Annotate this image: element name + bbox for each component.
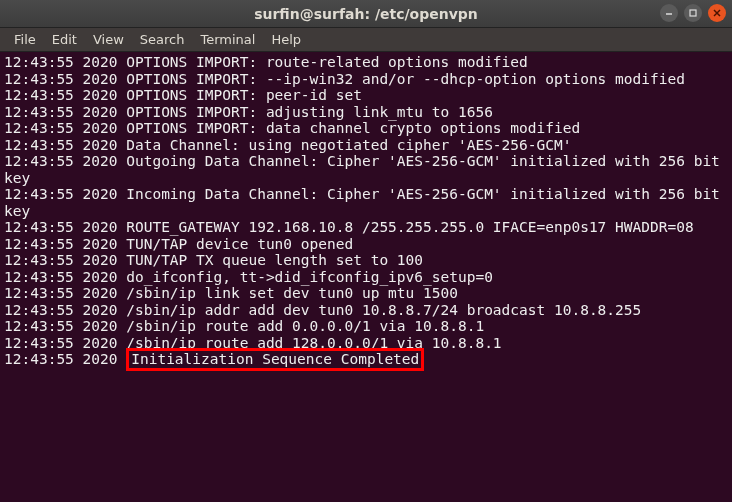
terminal-line: 12:43:55 2020 Incoming Data Channel: Cip… — [4, 186, 728, 219]
terminal-line: 12:43:55 2020 OPTIONS IMPORT: peer-id se… — [4, 87, 728, 104]
terminal-lines: 12:43:55 2020 OPTIONS IMPORT: route-rela… — [4, 54, 728, 351]
initialization-highlight-box: Initialization Sequence Completed — [126, 348, 424, 371]
terminal-line: 12:43:55 2020 TUN/TAP device tun0 opened — [4, 236, 728, 253]
terminal-line: 12:43:55 2020 do_ifconfig, tt->did_ifcon… — [4, 269, 728, 286]
final-line-prefix: 12:43:55 2020 — [4, 351, 126, 367]
terminal-line: 12:43:55 2020 OPTIONS IMPORT: --ip-win32… — [4, 71, 728, 88]
menu-search[interactable]: Search — [132, 30, 193, 49]
terminal-line: 12:43:55 2020 ROUTE_GATEWAY 192.168.10.8… — [4, 219, 728, 236]
minimize-icon — [664, 8, 674, 18]
terminal-line: 12:43:55 2020 TUN/TAP TX queue length se… — [4, 252, 728, 269]
terminal-line: 12:43:55 2020 OPTIONS IMPORT: adjusting … — [4, 104, 728, 121]
menubar: File Edit View Search Terminal Help — [0, 28, 732, 52]
svg-rect-1 — [690, 10, 696, 16]
terminal-line: 12:43:55 2020 /sbin/ip addr add dev tun0… — [4, 302, 728, 319]
menu-view[interactable]: View — [85, 30, 132, 49]
menu-terminal[interactable]: Terminal — [192, 30, 263, 49]
maximize-button[interactable] — [684, 4, 702, 22]
terminal-window: surfin@surfah: /etc/openvpn File Edit Vi… — [0, 0, 732, 502]
terminal-line: 12:43:55 2020 /sbin/ip link set dev tun0… — [4, 285, 728, 302]
window-title: surfin@surfah: /etc/openvpn — [254, 6, 478, 22]
close-icon — [712, 8, 722, 18]
terminal-line: 12:43:55 2020 OPTIONS IMPORT: data chann… — [4, 120, 728, 137]
terminal-final-line: 12:43:55 2020 Initialization Sequence Co… — [4, 351, 728, 368]
menu-file[interactable]: File — [6, 30, 44, 49]
window-controls — [660, 4, 726, 22]
minimize-button[interactable] — [660, 4, 678, 22]
titlebar[interactable]: surfin@surfah: /etc/openvpn — [0, 0, 732, 28]
terminal-line: 12:43:55 2020 Data Channel: using negoti… — [4, 137, 728, 154]
terminal-line: 12:43:55 2020 /sbin/ip route add 0.0.0.0… — [4, 318, 728, 335]
menu-help[interactable]: Help — [263, 30, 309, 49]
terminal-line: 12:43:55 2020 OPTIONS IMPORT: route-rela… — [4, 54, 728, 71]
menu-edit[interactable]: Edit — [44, 30, 85, 49]
maximize-icon — [688, 8, 698, 18]
close-button[interactable] — [708, 4, 726, 22]
terminal-line: 12:43:55 2020 Outgoing Data Channel: Cip… — [4, 153, 728, 186]
terminal-output[interactable]: 12:43:55 2020 OPTIONS IMPORT: route-rela… — [0, 52, 732, 502]
